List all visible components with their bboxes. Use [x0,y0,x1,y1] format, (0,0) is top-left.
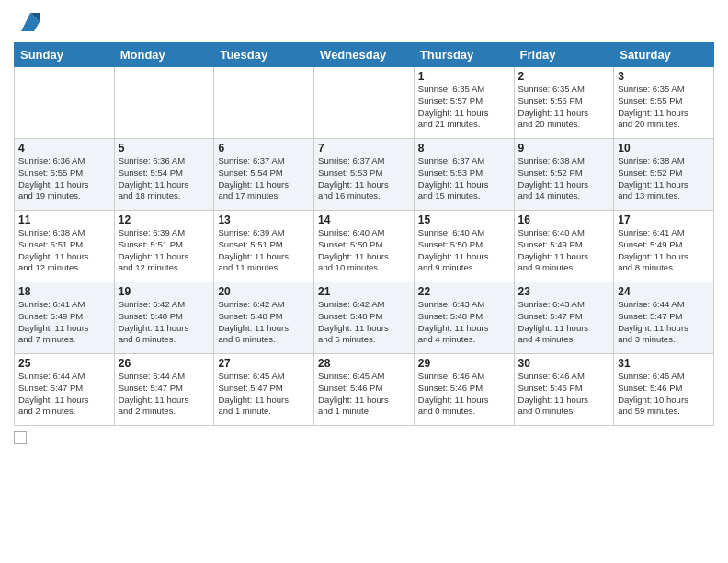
weekday-sunday: Sunday [15,43,115,67]
day-number: 9 [518,142,610,155]
day-number: 25 [18,357,110,370]
empty-cell [15,67,115,139]
day-info: Sunrise: 6:45 AM Sunset: 5:47 PM Dayligh… [218,371,310,418]
day-number: 15 [418,213,510,226]
day-number: 23 [518,285,610,298]
day-number: 16 [518,213,610,226]
weekday-monday: Monday [114,43,214,67]
day-number: 29 [418,357,510,370]
day-number: 13 [218,213,310,226]
logo-icon [17,9,43,35]
day-cell-6: 6Sunrise: 6:37 AM Sunset: 5:54 PM Daylig… [214,139,314,211]
day-info: Sunrise: 6:39 AM Sunset: 5:51 PM Dayligh… [119,227,210,274]
calendar-table: SundayMondayTuesdayWednesdayThursdayFrid… [14,42,714,426]
day-cell-25: 25Sunrise: 6:44 AM Sunset: 5:47 PM Dayli… [15,354,115,426]
day-cell-8: 8Sunrise: 6:37 AM Sunset: 5:53 PM Daylig… [414,139,514,211]
legend [14,431,714,444]
week-row-4: 18Sunrise: 6:41 AM Sunset: 5:49 PM Dayli… [15,282,714,354]
day-cell-20: 20Sunrise: 6:42 AM Sunset: 5:48 PM Dayli… [214,282,314,354]
day-number: 3 [618,70,710,83]
day-info: Sunrise: 6:45 AM Sunset: 5:46 PM Dayligh… [318,371,410,418]
day-cell-2: 2Sunrise: 6:35 AM Sunset: 5:56 PM Daylig… [514,67,614,139]
day-info: Sunrise: 6:44 AM Sunset: 5:47 PM Dayligh… [18,371,110,418]
page: SundayMondayTuesdayWednesdayThursdayFrid… [0,0,728,563]
day-info: Sunrise: 6:43 AM Sunset: 5:47 PM Dayligh… [518,299,610,346]
day-info: Sunrise: 6:40 AM Sunset: 5:50 PM Dayligh… [318,227,410,274]
day-info: Sunrise: 6:44 AM Sunset: 5:47 PM Dayligh… [119,371,210,418]
week-row-3: 11Sunrise: 6:38 AM Sunset: 5:51 PM Dayli… [15,211,714,282]
day-cell-10: 10Sunrise: 6:38 AM Sunset: 5:52 PM Dayli… [614,139,714,211]
day-cell-21: 21Sunrise: 6:42 AM Sunset: 5:48 PM Dayli… [314,282,415,354]
weekday-saturday: Saturday [614,43,714,67]
day-number: 17 [618,213,710,226]
weekday-thursday: Thursday [414,43,514,67]
day-info: Sunrise: 6:39 AM Sunset: 5:51 PM Dayligh… [218,227,310,274]
week-row-5: 25Sunrise: 6:44 AM Sunset: 5:47 PM Dayli… [15,354,714,426]
day-number: 12 [119,213,210,226]
day-info: Sunrise: 6:38 AM Sunset: 5:52 PM Dayligh… [518,155,610,202]
day-info: Sunrise: 6:37 AM Sunset: 5:53 PM Dayligh… [418,155,510,202]
logo [14,9,43,35]
day-number: 14 [318,213,410,226]
day-cell-11: 11Sunrise: 6:38 AM Sunset: 5:51 PM Dayli… [15,211,115,282]
day-number: 2 [518,70,610,83]
day-info: Sunrise: 6:46 AM Sunset: 5:46 PM Dayligh… [418,371,510,418]
day-number: 18 [18,285,110,298]
day-cell-12: 12Sunrise: 6:39 AM Sunset: 5:51 PM Dayli… [114,211,214,282]
day-info: Sunrise: 6:37 AM Sunset: 5:53 PM Dayligh… [318,155,410,202]
day-number: 27 [218,357,310,370]
day-info: Sunrise: 6:35 AM Sunset: 5:56 PM Dayligh… [518,84,610,131]
day-cell-26: 26Sunrise: 6:44 AM Sunset: 5:47 PM Dayli… [114,354,214,426]
day-info: Sunrise: 6:36 AM Sunset: 5:55 PM Dayligh… [18,155,110,202]
day-info: Sunrise: 6:41 AM Sunset: 5:49 PM Dayligh… [618,227,710,274]
day-info: Sunrise: 6:37 AM Sunset: 5:54 PM Dayligh… [218,155,310,202]
day-info: Sunrise: 6:46 AM Sunset: 5:46 PM Dayligh… [618,371,710,418]
weekday-tuesday: Tuesday [214,43,314,67]
day-number: 11 [18,213,110,226]
day-cell-24: 24Sunrise: 6:44 AM Sunset: 5:47 PM Dayli… [614,282,714,354]
day-cell-29: 29Sunrise: 6:46 AM Sunset: 5:46 PM Dayli… [414,354,514,426]
day-number: 1 [418,70,510,83]
day-cell-22: 22Sunrise: 6:43 AM Sunset: 5:48 PM Dayli… [414,282,514,354]
day-cell-13: 13Sunrise: 6:39 AM Sunset: 5:51 PM Dayli… [214,211,314,282]
day-info: Sunrise: 6:38 AM Sunset: 5:52 PM Dayligh… [618,155,710,202]
day-cell-28: 28Sunrise: 6:45 AM Sunset: 5:46 PM Dayli… [314,354,415,426]
day-number: 31 [618,357,710,370]
day-number: 28 [318,357,410,370]
day-cell-3: 3Sunrise: 6:35 AM Sunset: 5:55 PM Daylig… [614,67,714,139]
week-row-1: 1Sunrise: 6:35 AM Sunset: 5:57 PM Daylig… [15,67,714,139]
day-number: 6 [218,142,310,155]
day-cell-27: 27Sunrise: 6:45 AM Sunset: 5:47 PM Dayli… [214,354,314,426]
day-cell-9: 9Sunrise: 6:38 AM Sunset: 5:52 PM Daylig… [514,139,614,211]
day-cell-23: 23Sunrise: 6:43 AM Sunset: 5:47 PM Dayli… [514,282,614,354]
day-cell-14: 14Sunrise: 6:40 AM Sunset: 5:50 PM Dayli… [314,211,415,282]
day-cell-16: 16Sunrise: 6:40 AM Sunset: 5:49 PM Dayli… [514,211,614,282]
day-info: Sunrise: 6:36 AM Sunset: 5:54 PM Dayligh… [119,155,210,202]
day-cell-7: 7Sunrise: 6:37 AM Sunset: 5:53 PM Daylig… [314,139,415,211]
day-info: Sunrise: 6:40 AM Sunset: 5:50 PM Dayligh… [418,227,510,274]
day-info: Sunrise: 6:42 AM Sunset: 5:48 PM Dayligh… [119,299,210,346]
day-number: 8 [418,142,510,155]
day-number: 21 [318,285,410,298]
day-number: 24 [618,285,710,298]
day-number: 19 [119,285,210,298]
week-row-2: 4Sunrise: 6:36 AM Sunset: 5:55 PM Daylig… [15,139,714,211]
day-info: Sunrise: 6:46 AM Sunset: 5:46 PM Dayligh… [518,371,610,418]
day-info: Sunrise: 6:44 AM Sunset: 5:47 PM Dayligh… [618,299,710,346]
weekday-header-row: SundayMondayTuesdayWednesdayThursdayFrid… [15,43,714,67]
day-info: Sunrise: 6:42 AM Sunset: 5:48 PM Dayligh… [218,299,310,346]
legend-box [14,431,27,444]
day-number: 4 [18,142,110,155]
day-cell-15: 15Sunrise: 6:40 AM Sunset: 5:50 PM Dayli… [414,211,514,282]
weekday-wednesday: Wednesday [314,43,415,67]
day-number: 26 [119,357,210,370]
day-number: 30 [518,357,610,370]
day-cell-18: 18Sunrise: 6:41 AM Sunset: 5:49 PM Dayli… [15,282,115,354]
day-info: Sunrise: 6:35 AM Sunset: 5:57 PM Dayligh… [418,84,510,131]
day-info: Sunrise: 6:40 AM Sunset: 5:49 PM Dayligh… [518,227,610,274]
weekday-friday: Friday [514,43,614,67]
empty-cell [114,67,214,139]
day-info: Sunrise: 6:41 AM Sunset: 5:49 PM Dayligh… [18,299,110,346]
day-number: 22 [418,285,510,298]
day-number: 20 [218,285,310,298]
